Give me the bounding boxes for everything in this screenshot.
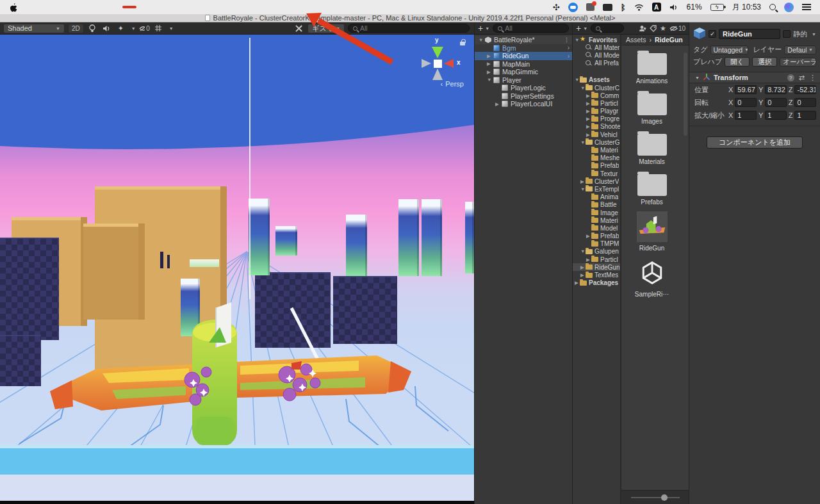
component-menu-icon[interactable]: ⋮	[809, 74, 816, 82]
notification-center-icon[interactable]	[802, 4, 811, 10]
expand-arrow-icon[interactable]	[487, 53, 493, 59]
project-tree-item[interactable]: Galupen	[573, 248, 620, 256]
project-tree-item[interactable]: Particl	[573, 256, 620, 263]
project-tree-item[interactable]: Materi	[573, 216, 620, 224]
hidden-objects-icon[interactable]: 0	[139, 24, 150, 33]
project-tree-item[interactable]: Prefab	[573, 162, 620, 170]
asset-item[interactable]: SampleRi···	[623, 257, 681, 298]
breadcrumb-current[interactable]: RideGun	[655, 36, 683, 44]
gizmo-lock-icon[interactable]	[460, 42, 465, 45]
scene-lighting-icon[interactable]	[87, 24, 98, 33]
menu-item[interactable]	[151, 6, 165, 8]
project-tree-item[interactable]: All Mode	[573, 51, 620, 59]
project-tree-item[interactable]: Progre	[573, 115, 620, 123]
create-object-button[interactable]: +▼	[478, 24, 489, 33]
expand-arrow-icon[interactable]	[575, 77, 580, 83]
menu-item[interactable]	[94, 6, 108, 8]
project-tree-item[interactable]: Particl	[573, 99, 620, 107]
hierarchy-item[interactable]: PlayerLogic ›	[475, 84, 572, 92]
z-value-field[interactable]: -52.31	[794, 85, 816, 94]
project-tree-item[interactable]: Battle	[573, 201, 620, 209]
menu-item[interactable]	[80, 6, 94, 8]
siri-icon[interactable]	[784, 3, 794, 12]
scene-viewport[interactable]: y x ‹ Persp	[0, 34, 474, 504]
bluetooth-icon[interactable]: ᛒ	[621, 3, 626, 12]
y-value-field[interactable]: 0	[765, 98, 787, 107]
expand-arrow-icon[interactable]	[580, 140, 586, 145]
display-menu-icon[interactable]	[603, 4, 612, 11]
project-tree-item[interactable]: Prefab	[573, 232, 620, 240]
tag-dropdown[interactable]: Untagged▼	[710, 45, 748, 54]
battery-icon[interactable]: ϟ	[710, 4, 724, 11]
hierarchy-item[interactable]: MapGimmic ›	[475, 68, 572, 76]
y-value-field[interactable]: 1	[765, 111, 787, 120]
spotlight-icon[interactable]	[769, 4, 776, 10]
project-tree-item[interactable]: Vehicl	[573, 131, 620, 138]
menu-clock[interactable]: 月 10:53	[732, 2, 761, 13]
project-tree-item[interactable]: Meshe	[573, 154, 620, 162]
expand-arrow-icon[interactable]	[586, 124, 591, 129]
kebab-menu-icon[interactable]: ⋮	[564, 37, 570, 43]
prefab-open-arrow[interactable]: ›	[568, 53, 570, 60]
app-menu-icon[interactable]	[568, 3, 578, 12]
notification-app-icon[interactable]	[586, 3, 594, 11]
shading-mode-dropdown[interactable]: Shaded▼	[3, 24, 65, 33]
input-source-icon[interactable]: A	[652, 3, 661, 12]
editable-assets-icon[interactable]	[639, 25, 646, 32]
hidden-count-icon[interactable]: 10	[669, 25, 685, 32]
project-tree-item[interactable]: TextMes	[573, 271, 620, 279]
hierarchy-search-input[interactable]: All	[493, 24, 569, 33]
hierarchy-item[interactable]: PlayerLocalUI ›	[475, 100, 572, 108]
helm-menu-icon[interactable]: ✣	[553, 3, 560, 12]
expand-arrow-icon[interactable]	[495, 101, 502, 107]
z-value-field[interactable]: 1	[794, 111, 816, 120]
label-filter-icon[interactable]	[650, 25, 657, 32]
2d-toggle-button[interactable]: 2D	[68, 24, 84, 33]
expand-arrow-icon[interactable]	[580, 85, 586, 91]
layer-dropdown[interactable]: Default▼	[784, 45, 816, 54]
hierarchy-item[interactable]: RideGun ›	[475, 52, 572, 60]
expand-arrow-icon[interactable]	[580, 272, 586, 278]
asset-item[interactable]: Animations	[623, 50, 681, 85]
menu-item[interactable]	[122, 6, 136, 8]
add-component-button[interactable]: コンポーネントを追加	[707, 136, 803, 149]
expand-arrow-icon[interactable]	[586, 132, 591, 138]
volume-icon[interactable]	[669, 4, 678, 11]
expand-arrow-icon[interactable]	[479, 37, 485, 43]
prefab-open-arrow[interactable]: ›	[568, 44, 570, 51]
wifi-icon[interactable]	[634, 4, 644, 11]
expand-arrow-icon[interactable]	[586, 233, 591, 239]
project-tree-item[interactable]: RideGun	[573, 263, 620, 271]
project-tree-item[interactable]: Image	[573, 209, 620, 216]
project-tree-item[interactable]: All Mater	[573, 44, 620, 51]
object-name-field[interactable]: RideGun	[719, 29, 780, 39]
fold-arrow-icon[interactable]: ▼	[695, 76, 700, 80]
scene-effects-icon[interactable]: ✦	[115, 24, 126, 33]
expand-arrow-icon[interactable]	[580, 264, 586, 270]
vertical-scrollbar[interactable]	[684, 53, 687, 136]
project-tree-item[interactable]: Assets	[573, 76, 620, 84]
grid-dropdown-caret[interactable]: ▼	[169, 26, 174, 31]
prefab-open-button[interactable]: 開く	[725, 57, 750, 67]
x-value-field[interactable]: 0	[735, 98, 757, 107]
menu-item[interactable]	[38, 6, 52, 8]
expand-arrow-icon[interactable]	[586, 101, 591, 106]
project-tree-item[interactable]: ClusterV	[573, 177, 620, 185]
static-dropdown-caret[interactable]: ▼	[812, 32, 816, 37]
project-tree-item[interactable]: Textur	[573, 170, 620, 177]
expand-arrow-icon[interactable]	[586, 257, 591, 263]
asset-item[interactable]: RideGun	[623, 211, 681, 252]
hierarchy-item[interactable]: Bgm ›	[475, 44, 572, 53]
slider-knob[interactable]	[661, 494, 668, 501]
expand-arrow-icon[interactable]	[575, 280, 580, 286]
effects-dropdown-caret[interactable]: ▼	[131, 26, 136, 31]
x-value-field[interactable]: 1	[735, 111, 757, 120]
expand-arrow-icon[interactable]	[586, 108, 591, 114]
expand-arrow-icon[interactable]	[575, 37, 580, 43]
expand-arrow-icon[interactable]	[487, 77, 493, 83]
perspective-toggle[interactable]: ‹ Persp	[441, 80, 464, 88]
menu-item[interactable]	[66, 6, 80, 8]
menu-item[interactable]	[24, 6, 38, 8]
expand-arrow-icon[interactable]	[586, 93, 591, 99]
project-tree-item[interactable]: ExTempl	[573, 185, 620, 193]
